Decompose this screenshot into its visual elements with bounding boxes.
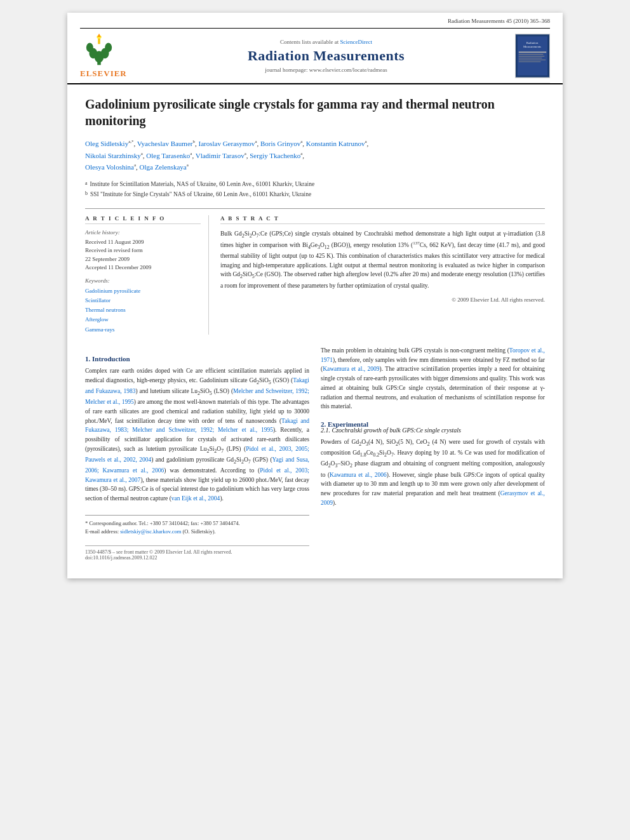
svg-text:Measurements: Measurements <box>523 45 541 48</box>
svg-rect-16 <box>519 57 542 58</box>
journal-center: Contents lists available at ScienceDirec… <box>137 39 515 73</box>
authors-line2: Nikolai Starzhinskya, Oleg Tarasenkoa, V… <box>85 152 304 159</box>
issn-line: 1350-4487/$ – see front matter © 2009 El… <box>85 549 309 555</box>
main-body: 1. Introduction Complex rare earth oxide… <box>85 346 545 561</box>
affil-b: b SSI "Institute for Single Crystals" NA… <box>85 190 545 199</box>
author-katrunov[interactable]: Konstantin Katrunov <box>306 140 365 147</box>
copyright-line: © 2009 Elsevier Ltd. All rights reserved… <box>220 297 545 303</box>
footnote-star: * Corresponding author. Tel.: +380 57 34… <box>85 519 309 528</box>
affil-a-text: Institute for Scintillation Materials, N… <box>90 180 315 189</box>
author-tarasenko[interactable]: Oleg Tarasenko <box>146 152 190 159</box>
author-tkachenko[interactable]: Sergiy Tkachenko <box>250 152 300 159</box>
bottom-bar: 1350-4487/$ – see front matter © 2009 El… <box>85 545 309 561</box>
author-grinyov[interactable]: Boris Grinyov <box>260 140 300 147</box>
authors-line1: Oleg Sidletskiya,*, Vyacheslav Baumerb, … <box>85 140 368 147</box>
footnote-divider <box>85 515 309 516</box>
info-abstract-section: A R T I C L E I N F O Article history: R… <box>85 208 545 335</box>
doi-line: doi:10.1016/j.radmeas.2009.12.022 <box>85 555 309 561</box>
elsevier-logo: ELSEVIER <box>80 32 137 79</box>
keyword-2[interactable]: Scintillator <box>85 296 201 305</box>
abstract-label: A B S T R A C T <box>220 215 545 224</box>
ref-melcher1992[interactable]: Melcher and Schweitzer, 1992; <box>233 388 309 394</box>
section1-heading: 1. Introduction <box>85 355 309 363</box>
keywords-list: Gadolinium pyrosilicate Scintillator The… <box>85 286 201 335</box>
footnote-email: E-mail address: sidletskiy@isc.kharkov.c… <box>85 528 309 536</box>
ref-toropov[interactable]: Toropov et al., 1971 <box>321 347 545 363</box>
svg-marker-8 <box>97 34 101 37</box>
article-page: Radiation Measurements 45 (2010) 365–368 <box>67 13 563 578</box>
svg-rect-17 <box>519 59 546 60</box>
section2-para: Powders of Gd2O3(4 N), SiO2(5 N), CeO2 (… <box>321 437 545 507</box>
journal-homepage: journal homepage: www.elsevier.com/locat… <box>144 67 509 73</box>
section1-para1: Complex rare earth oxides doped with Ce … <box>85 366 309 503</box>
ref-kawamura2009[interactable]: Kawamura et al., 2009 <box>323 366 379 372</box>
revised-date: 22 September 2009 <box>85 255 201 264</box>
right-column: The main problem in obtaining bulk GPS c… <box>321 346 545 561</box>
article-info-label: A R T I C L E I N F O <box>85 215 201 224</box>
section1-para2: The main problem in obtaining bulk GPS c… <box>321 346 545 411</box>
section2-subheading: 2.1. Czochralski growth of bulk GPS:Ce s… <box>321 427 545 434</box>
affil-b-text: SSI "Institute for Single Crystals" NAS … <box>90 190 311 199</box>
left-column: 1. Introduction Complex rare earth oxide… <box>85 346 309 561</box>
author-starzhinsky[interactable]: Nikolai Starzhinsky <box>85 152 141 159</box>
article-info-panel: A R T I C L E I N F O Article history: R… <box>85 215 209 335</box>
authors-line3: Olesya Voloshinaa, Olga Zelenskayaa <box>85 163 189 171</box>
author-voloshina[interactable]: Olesya Voloshina <box>85 163 134 171</box>
authors: Oleg Sidletskiya,*, Vyacheslav Baumerb, … <box>85 138 545 173</box>
abstract-panel: A B S T R A C T Bulk Gd2Si2O7:Ce (GPS;Ce… <box>220 215 545 335</box>
journal-top-line: Radiation Measurements 45 (2010) 365–368 <box>80 18 550 24</box>
svg-point-5 <box>105 43 112 53</box>
elsevier-brand: ELSEVIER <box>80 69 127 79</box>
author-baumer[interactable]: Vyacheslav Baumer <box>137 140 193 147</box>
cover-thumbnail-icon: Radiation Measurements <box>516 34 549 78</box>
journal-title: Radiation Measurements <box>144 48 509 64</box>
keywords-label: Keywords: <box>85 277 201 284</box>
article-title: Gadolinium pyrosilicate single crystals … <box>85 96 545 129</box>
keyword-1[interactable]: Gadolinium pyrosilicate <box>85 286 201 296</box>
keyword-4[interactable]: Afterglow <box>85 315 201 324</box>
svg-rect-15 <box>519 56 544 57</box>
received-date: Received 11 August 2009 <box>85 238 201 247</box>
ref-gerasymov2009[interactable]: Gerasymov et al., 2009 <box>321 490 545 506</box>
affiliations: a Institute for Scintillation Materials,… <box>85 180 545 199</box>
svg-point-4 <box>86 43 93 53</box>
affil-a: a Institute for Scintillation Materials,… <box>85 180 545 189</box>
science-direct-link[interactable]: ScienceDirect <box>340 39 372 45</box>
ref-kawamura2006[interactable]: Kawamura et al., 2006 <box>330 472 387 478</box>
elsevier-tree-icon <box>80 32 118 67</box>
keyword-3[interactable]: Thermal neutrons <box>85 305 201 315</box>
keyword-5[interactable]: Gamma-rays <box>85 325 201 335</box>
svg-rect-13 <box>519 51 546 53</box>
journal-cover-image: Radiation Measurements <box>515 34 550 78</box>
accepted-date: Accepted 11 December 2009 <box>85 263 201 272</box>
svg-rect-14 <box>519 54 544 55</box>
author-zelenskaya[interactable]: Olga Zelenskaya <box>140 163 187 171</box>
abstract-text: Bulk Gd2Si2O7:Ce (GPS;Ce) single crystal… <box>220 229 545 291</box>
article-body: Gadolinium pyrosilicate single crystals … <box>67 84 563 578</box>
author-gerasymov[interactable]: Iaroslav Gerasymov <box>198 140 255 147</box>
email-link[interactable]: sidletskiy@isc.kharkov.com <box>120 528 181 535</box>
ref-vaneijk[interactable]: van Eijk et al., 2004 <box>171 495 220 502</box>
ref-melcher1995[interactable]: Melcher et al., 1995 <box>85 399 134 405</box>
svg-text:Radiation: Radiation <box>526 41 539 44</box>
journal-banner: ELSEVIER Contents lists available at Sci… <box>80 28 550 83</box>
history-label: Article history: <box>85 229 201 236</box>
author-tarasov[interactable]: Vladimir Tarasov <box>196 152 245 159</box>
science-direct-line: Contents lists available at ScienceDirec… <box>144 39 509 45</box>
author-sidletskiy[interactable]: Oleg Sidletskiy <box>85 140 128 147</box>
received-revised-label: Received in revised form <box>85 246 201 255</box>
ref-takagi-fukazawa2[interactable]: Takagi and Fukazawa, 1983; Melcher and S… <box>85 418 309 434</box>
journal-header: Radiation Measurements 45 (2010) 365–368 <box>67 13 563 84</box>
svg-rect-18 <box>519 61 541 62</box>
